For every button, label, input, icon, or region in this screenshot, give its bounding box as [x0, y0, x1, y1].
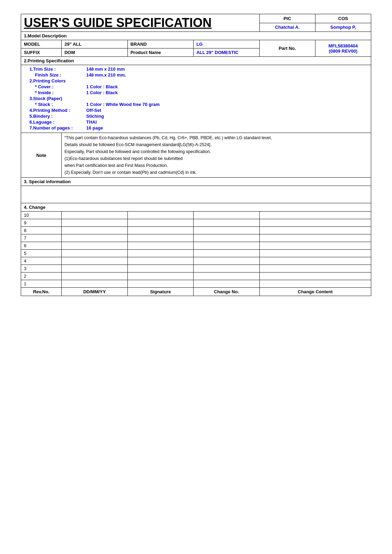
change-row-1: 1 [21, 280, 371, 288]
change-ddmm-9 [62, 219, 127, 227]
change-no-4 [194, 257, 259, 265]
change-sig-6 [127, 242, 193, 250]
stock-key: * Stock : [24, 102, 86, 107]
cos-name: Somphop P, [315, 23, 371, 32]
printing-spec-content: 1.Trim Size : 148 mm x 210 mm Finish Siz… [21, 65, 371, 133]
note-line-2: Details should be followed Eco-SCM manag… [64, 141, 368, 148]
model-value: 29" ALL [62, 40, 127, 48]
part-no-value: MFL58380404 (0809 REV00) [315, 40, 371, 57]
finish-size-val: 148 mm.x 210 mm. [86, 72, 126, 78]
pages-val: 16 page [86, 125, 103, 131]
footer-signature: Signature [127, 288, 193, 296]
section-printing-label: 2.Printing Specification [21, 57, 371, 65]
model-key: MODEL [21, 40, 62, 48]
pages-key: 7.Number of pages : [24, 125, 86, 131]
change-row-num-9: 9 [21, 219, 62, 227]
printing-colors-key: 2.Printing Colors [24, 78, 86, 83]
note-label: Note [21, 133, 62, 178]
stock-val: 1 Color : White Wood free 70 gram [86, 102, 160, 107]
note-line-5: when Part certification test and First M… [64, 162, 368, 169]
change-sig-8 [127, 227, 193, 234]
brand-value: LG [194, 40, 259, 48]
special-info-content [21, 186, 371, 203]
footer-ddmm: DD/MM/YY [62, 288, 127, 296]
change-row-num-8: 8 [21, 227, 62, 234]
change-row-4: 4 [21, 257, 371, 265]
note-line-6: (2) Especially, Don’t use or contain lea… [64, 169, 368, 176]
change-no-6 [194, 242, 259, 250]
change-row-num-10: 10 [21, 212, 62, 219]
finish-size-key: Finish Size : [24, 72, 86, 78]
pic-name: Chatchai A. [259, 23, 315, 32]
footer-changecontent: Change Content [259, 288, 371, 296]
footer-revno: Rev.No. [21, 288, 62, 296]
stock-paper-key: 3.Stock (Paper) [24, 96, 86, 101]
cover-key: * Cover : [24, 84, 86, 89]
change-content-3 [259, 265, 371, 272]
special-info-label: 3. Special information [21, 178, 371, 186]
change-label: 4. Change [21, 203, 371, 212]
part-no-sub: (0809 REV00) [329, 48, 357, 54]
change-row-10: 10 [21, 212, 371, 219]
change-sig-5 [127, 250, 193, 257]
change-row-num-1: 1 [21, 280, 62, 288]
change-sig-7 [127, 234, 193, 242]
inside-val: 1 Color : Black [86, 90, 118, 95]
change-no-3 [194, 265, 259, 272]
change-sig-1 [127, 280, 193, 288]
change-row-num-5: 5 [21, 250, 62, 257]
change-sig-2 [127, 272, 193, 280]
brand-key: BRAND [127, 40, 193, 48]
change-ddmm-1 [62, 280, 127, 288]
change-ddmm-10 [62, 212, 127, 219]
change-row-9: 9 [21, 219, 371, 227]
suffix-value: DOM [62, 48, 127, 57]
section-model-label: 1.Model Description [21, 32, 371, 40]
suffix-key: SUFFIX [21, 48, 62, 57]
change-ddmm-3 [62, 265, 127, 272]
change-ddmm-4 [62, 257, 127, 265]
pic-label: PIC [259, 14, 315, 23]
change-ddmm-2 [62, 272, 127, 280]
bindery-val: Stiching [86, 114, 104, 119]
change-content-1 [259, 280, 371, 288]
trim-size-key: 1.Trim Size : [24, 66, 86, 72]
change-content-2 [259, 272, 371, 280]
change-ddmm-7 [62, 234, 127, 242]
note-line-3: Especially, Part should be followed and … [64, 148, 368, 155]
product-name-key: Product Name [127, 48, 193, 57]
change-sig-4 [127, 257, 193, 265]
change-row-num-4: 4 [21, 257, 62, 265]
change-content-8 [259, 227, 371, 234]
part-no-num: MFL58380404 [329, 43, 358, 48]
change-content-5 [259, 250, 371, 257]
language-val: THAI [86, 119, 97, 125]
change-no-2 [194, 272, 259, 280]
change-footer: Rev.No. DD/MM/YY Signature Change No. Ch… [21, 288, 371, 296]
change-row-6: 6 [21, 242, 371, 250]
change-no-1 [194, 280, 259, 288]
change-row-7: 7 [21, 234, 371, 242]
change-row-num-7: 7 [21, 234, 62, 242]
change-content-10 [259, 212, 371, 219]
change-row-3: 3 [21, 265, 371, 272]
change-sig-10 [127, 212, 193, 219]
change-sig-3 [127, 265, 193, 272]
change-sig-9 [127, 219, 193, 227]
change-row-num-2: 2 [21, 272, 62, 280]
note-line-4: (1)Eco-hazardous substances test report … [64, 155, 368, 162]
cover-val: 1 Color : Black [86, 84, 118, 89]
document-title: USER'S GUIDE SPECIFICATION [21, 14, 260, 32]
bindery-key: 5.Bindery : [24, 114, 86, 119]
language-key: 6.Laguage : [24, 119, 86, 125]
change-ddmm-6 [62, 242, 127, 250]
change-content-4 [259, 257, 371, 265]
change-no-10 [194, 212, 259, 219]
change-ddmm-8 [62, 227, 127, 234]
change-ddmm-5 [62, 250, 127, 257]
change-content-7 [259, 234, 371, 242]
printing-method-val: Off-Set [86, 108, 101, 113]
change-row-num-3: 3 [21, 265, 62, 272]
printing-method-key: 4.Printing Method : [24, 108, 86, 113]
product-name-value: ALL 29" DOMESTIC [194, 48, 259, 57]
